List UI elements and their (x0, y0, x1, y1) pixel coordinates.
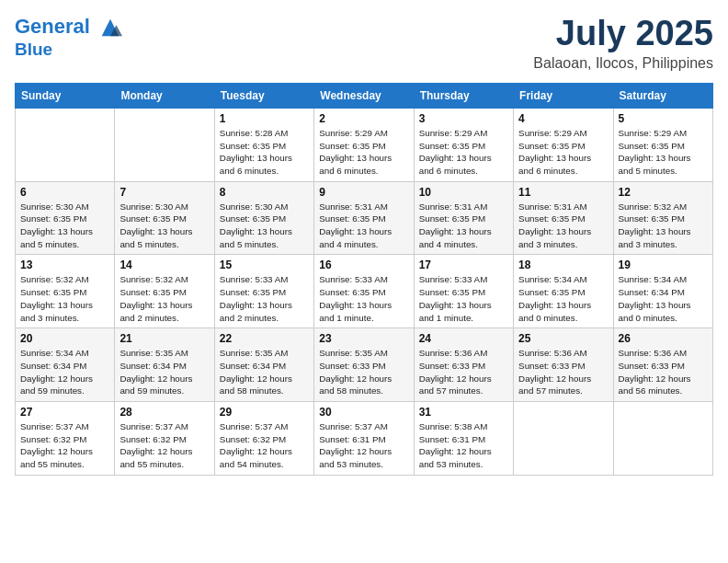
day-info: Sunrise: 5:33 AM Sunset: 6:35 PM Dayligh… (419, 273, 508, 324)
day-number: 21 (119, 332, 209, 345)
day-info: Sunrise: 5:31 AM Sunset: 6:35 PM Dayligh… (319, 201, 408, 251)
calendar-cell: 26Sunrise: 5:36 AM Sunset: 6:33 PM Dayli… (613, 328, 712, 402)
day-info: Sunrise: 5:31 AM Sunset: 6:35 PM Dayligh… (518, 201, 608, 251)
day-number: 25 (518, 332, 608, 345)
calendar-cell: 29Sunrise: 5:37 AM Sunset: 6:32 PM Dayli… (214, 402, 313, 476)
day-number: 13 (20, 259, 109, 271)
day-number: 4 (518, 112, 608, 125)
day-info: Sunrise: 5:28 AM Sunset: 6:35 PM Dayligh… (220, 127, 309, 178)
day-info: Sunrise: 5:37 AM Sunset: 6:32 PM Dayligh… (119, 420, 209, 471)
day-number: 18 (518, 259, 608, 271)
calendar-cell: 19Sunrise: 5:34 AM Sunset: 6:34 PM Dayli… (613, 255, 712, 328)
day-number: 14 (119, 259, 209, 271)
dow-thursday: Thursday (414, 83, 513, 108)
calendar-cell: 16Sunrise: 5:33 AM Sunset: 6:35 PM Dayli… (314, 255, 414, 328)
dow-monday: Monday (115, 83, 214, 108)
day-number: 10 (419, 186, 508, 199)
title-block: July 2025 Balaoan, Ilocos, Philippines (533, 15, 713, 72)
calendar-cell: 21Sunrise: 5:35 AM Sunset: 6:34 PM Dayli… (115, 328, 214, 402)
calendar-cell: 4Sunrise: 5:29 AM Sunset: 6:35 PM Daylig… (514, 108, 613, 181)
day-number: 31 (419, 406, 508, 419)
day-number: 3 (419, 112, 508, 125)
day-number: 12 (619, 186, 708, 199)
calendar-cell: 31Sunrise: 5:38 AM Sunset: 6:31 PM Dayli… (414, 402, 513, 476)
calendar-cell: 25Sunrise: 5:36 AM Sunset: 6:33 PM Dayli… (514, 328, 613, 402)
day-info: Sunrise: 5:32 AM Sunset: 6:35 PM Dayligh… (20, 273, 109, 324)
day-number: 6 (20, 186, 109, 199)
day-info: Sunrise: 5:30 AM Sunset: 6:35 PM Dayligh… (220, 201, 309, 251)
calendar-cell: 30Sunrise: 5:37 AM Sunset: 6:31 PM Dayli… (314, 402, 414, 476)
day-info: Sunrise: 5:37 AM Sunset: 6:31 PM Dayligh… (319, 420, 408, 471)
day-info: Sunrise: 5:29 AM Sunset: 6:35 PM Dayligh… (419, 127, 508, 178)
calendar-cell (613, 402, 712, 476)
dow-wednesday: Wednesday (314, 83, 414, 108)
calendar-cell: 23Sunrise: 5:35 AM Sunset: 6:33 PM Dayli… (314, 328, 414, 402)
calendar-cell: 7Sunrise: 5:30 AM Sunset: 6:35 PM Daylig… (115, 181, 214, 255)
dow-saturday: Saturday (613, 83, 712, 108)
day-info: Sunrise: 5:35 AM Sunset: 6:34 PM Dayligh… (220, 347, 309, 397)
calendar-cell: 5Sunrise: 5:29 AM Sunset: 6:35 PM Daylig… (613, 108, 712, 181)
calendar-cell: 3Sunrise: 5:29 AM Sunset: 6:35 PM Daylig… (414, 108, 513, 181)
dow-friday: Friday (514, 83, 613, 108)
calendar-cell (115, 108, 214, 181)
day-number: 23 (319, 332, 408, 345)
location-subtitle: Balaoan, Ilocos, Philippines (533, 55, 713, 72)
day-info: Sunrise: 5:34 AM Sunset: 6:35 PM Dayligh… (518, 273, 608, 324)
day-info: Sunrise: 5:34 AM Sunset: 6:34 PM Dayligh… (20, 347, 109, 397)
calendar-cell: 11Sunrise: 5:31 AM Sunset: 6:35 PM Dayli… (514, 181, 613, 255)
day-number: 11 (518, 186, 608, 199)
day-info: Sunrise: 5:30 AM Sunset: 6:35 PM Dayligh… (119, 201, 209, 251)
calendar-cell: 22Sunrise: 5:35 AM Sunset: 6:34 PM Dayli… (214, 328, 313, 402)
logo-text: General (15, 15, 123, 40)
calendar-table: SundayMondayTuesdayWednesdayThursdayFrid… (15, 83, 713, 476)
day-info: Sunrise: 5:31 AM Sunset: 6:35 PM Dayligh… (419, 201, 508, 251)
day-number: 30 (319, 406, 408, 419)
calendar-cell: 14Sunrise: 5:32 AM Sunset: 6:35 PM Dayli… (115, 255, 214, 328)
logo: General Blue (15, 15, 123, 60)
day-number: 22 (220, 332, 309, 345)
day-number: 26 (619, 332, 708, 345)
calendar-cell: 10Sunrise: 5:31 AM Sunset: 6:35 PM Dayli… (414, 181, 513, 255)
day-info: Sunrise: 5:33 AM Sunset: 6:35 PM Dayligh… (220, 273, 309, 324)
month-title: July 2025 (533, 15, 713, 53)
day-number: 19 (619, 259, 708, 271)
day-info: Sunrise: 5:29 AM Sunset: 6:35 PM Dayligh… (518, 127, 608, 178)
day-number: 15 (220, 259, 309, 271)
day-info: Sunrise: 5:29 AM Sunset: 6:35 PM Dayligh… (619, 127, 708, 178)
logo-icon (97, 15, 123, 40)
day-number: 20 (20, 332, 109, 345)
day-number: 9 (319, 186, 408, 199)
day-number: 7 (119, 186, 209, 199)
week-row-1: 1Sunrise: 5:28 AM Sunset: 6:35 PM Daylig… (16, 108, 713, 181)
calendar-cell: 6Sunrise: 5:30 AM Sunset: 6:35 PM Daylig… (16, 181, 115, 255)
day-info: Sunrise: 5:36 AM Sunset: 6:33 PM Dayligh… (518, 347, 608, 397)
calendar-cell: 13Sunrise: 5:32 AM Sunset: 6:35 PM Dayli… (16, 255, 115, 328)
day-number: 8 (220, 186, 309, 199)
dow-tuesday: Tuesday (214, 83, 313, 108)
calendar-body: 1Sunrise: 5:28 AM Sunset: 6:35 PM Daylig… (16, 108, 713, 475)
calendar-cell: 8Sunrise: 5:30 AM Sunset: 6:35 PM Daylig… (214, 181, 313, 255)
day-info: Sunrise: 5:37 AM Sunset: 6:32 PM Dayligh… (20, 420, 109, 471)
week-row-5: 27Sunrise: 5:37 AM Sunset: 6:32 PM Dayli… (16, 402, 713, 476)
day-info: Sunrise: 5:32 AM Sunset: 6:35 PM Dayligh… (119, 273, 209, 324)
calendar-cell: 9Sunrise: 5:31 AM Sunset: 6:35 PM Daylig… (314, 181, 414, 255)
calendar-cell: 17Sunrise: 5:33 AM Sunset: 6:35 PM Dayli… (414, 255, 513, 328)
calendar-cell (514, 402, 613, 476)
calendar-cell: 1Sunrise: 5:28 AM Sunset: 6:35 PM Daylig… (214, 108, 313, 181)
day-of-week-row: SundayMondayTuesdayWednesdayThursdayFrid… (16, 83, 713, 108)
day-info: Sunrise: 5:37 AM Sunset: 6:32 PM Dayligh… (220, 420, 309, 471)
day-info: Sunrise: 5:36 AM Sunset: 6:33 PM Dayligh… (419, 347, 508, 397)
page-header: General Blue July 2025 Balaoan, Ilocos, … (15, 15, 713, 72)
calendar-cell: 27Sunrise: 5:37 AM Sunset: 6:32 PM Dayli… (16, 402, 115, 476)
day-info: Sunrise: 5:36 AM Sunset: 6:33 PM Dayligh… (619, 347, 708, 397)
logo-blue: Blue (15, 40, 123, 60)
day-number: 29 (220, 406, 309, 419)
day-info: Sunrise: 5:33 AM Sunset: 6:35 PM Dayligh… (319, 273, 408, 324)
calendar-cell: 15Sunrise: 5:33 AM Sunset: 6:35 PM Dayli… (214, 255, 313, 328)
calendar-cell: 12Sunrise: 5:32 AM Sunset: 6:35 PM Dayli… (613, 181, 712, 255)
day-info: Sunrise: 5:34 AM Sunset: 6:34 PM Dayligh… (619, 273, 708, 324)
day-info: Sunrise: 5:35 AM Sunset: 6:33 PM Dayligh… (319, 347, 408, 397)
day-info: Sunrise: 5:29 AM Sunset: 6:35 PM Dayligh… (319, 127, 408, 178)
day-info: Sunrise: 5:30 AM Sunset: 6:35 PM Dayligh… (20, 201, 109, 251)
day-info: Sunrise: 5:32 AM Sunset: 6:35 PM Dayligh… (619, 201, 708, 251)
